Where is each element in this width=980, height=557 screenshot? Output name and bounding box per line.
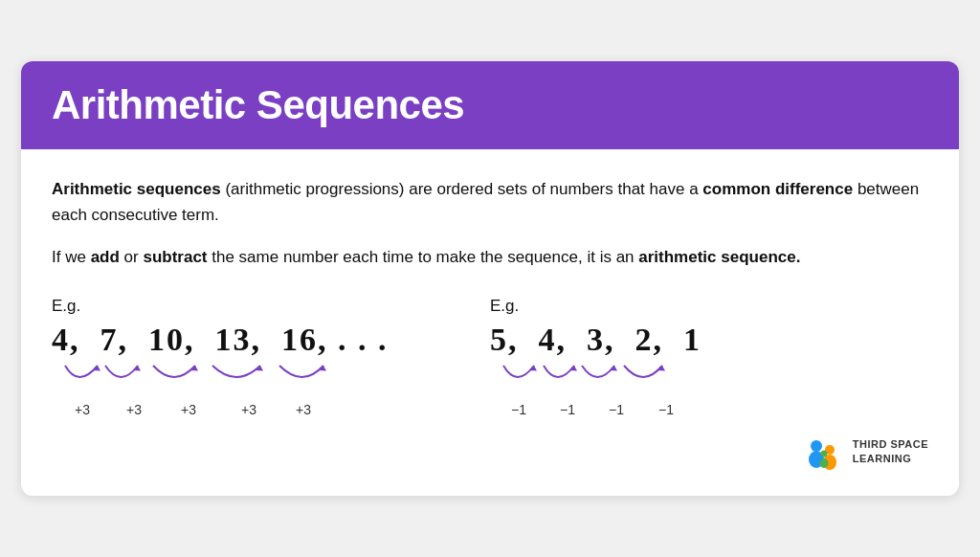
tsl-logo: THIRD SPACE LEARNING	[803, 431, 928, 473]
card-header: Arithmetic Sequences	[21, 61, 959, 149]
example-1-arrows	[52, 362, 490, 402]
tsl-brand-text: THIRD SPACE LEARNING	[853, 437, 928, 465]
para2-mid1: or	[124, 248, 144, 266]
intro-text-middle: (arithmetic progressions) are ordered se…	[225, 180, 702, 198]
example-2-arrows	[490, 362, 928, 402]
bold-arithmetic-sequence: arithmetic sequence.	[638, 248, 800, 266]
tsl-line1: THIRD SPACE	[853, 437, 928, 451]
example-1-diffs: +3 +3 +3 +3 +3	[52, 402, 490, 417]
footer-row: THIRD SPACE LEARNING	[52, 431, 928, 473]
intro-paragraph-2: If we add or subtract the same number ea…	[52, 244, 928, 270]
bold-arithmetic-sequences: Arithmetic sequences	[52, 180, 221, 198]
para2-mid2: the same number each time to make the se…	[212, 248, 638, 266]
para2-start: If we	[52, 248, 91, 266]
svg-point-9	[811, 440, 822, 452]
tsl-icon	[803, 431, 845, 473]
example-2-arrows-svg	[490, 362, 720, 398]
example-1-block: E.g. 4, 7, 10, 13, 16, . . .	[52, 297, 490, 417]
bold-common-difference: common difference	[702, 180, 853, 198]
diff-2-3: −1	[591, 402, 641, 417]
tsl-line2: LEARNING	[853, 452, 928, 465]
bold-subtract: subtract	[143, 248, 207, 266]
diff-2-2: −1	[544, 402, 591, 417]
diff-1-1: +3	[56, 402, 109, 417]
example-1-sequence: 4, 7, 10, 13, 16, . . .	[52, 322, 490, 358]
diff-1-4: +3	[218, 402, 279, 417]
example-2-label: E.g.	[490, 297, 928, 316]
diff-1-5: +3	[279, 402, 327, 417]
bold-add: add	[91, 248, 120, 266]
diff-2-4: −1	[641, 402, 691, 417]
diff-2-1: −1	[494, 402, 544, 417]
page-title: Arithmetic Sequences	[52, 82, 928, 128]
diff-1-3: +3	[159, 402, 218, 417]
example-1-arrows-svg	[52, 362, 348, 398]
example-2-sequence: 5, 4, 3, 2, 1	[490, 322, 928, 358]
svg-point-13	[820, 450, 827, 457]
svg-point-14	[819, 458, 828, 468]
examples-row: E.g. 4, 7, 10, 13, 16, . . .	[52, 297, 928, 417]
card-body: Arithmetic sequences (arithmetic progres…	[21, 149, 959, 496]
intro-paragraph-1: Arithmetic sequences (arithmetic progres…	[52, 176, 928, 228]
main-card: Arithmetic Sequences Arithmetic sequence…	[21, 61, 959, 496]
example-2-diffs: −1 −1 −1 −1	[490, 402, 928, 417]
diff-1-2: +3	[109, 402, 159, 417]
example-1-label: E.g.	[52, 297, 490, 316]
example-2-block: E.g. 5, 4, 3, 2, 1	[490, 297, 928, 417]
